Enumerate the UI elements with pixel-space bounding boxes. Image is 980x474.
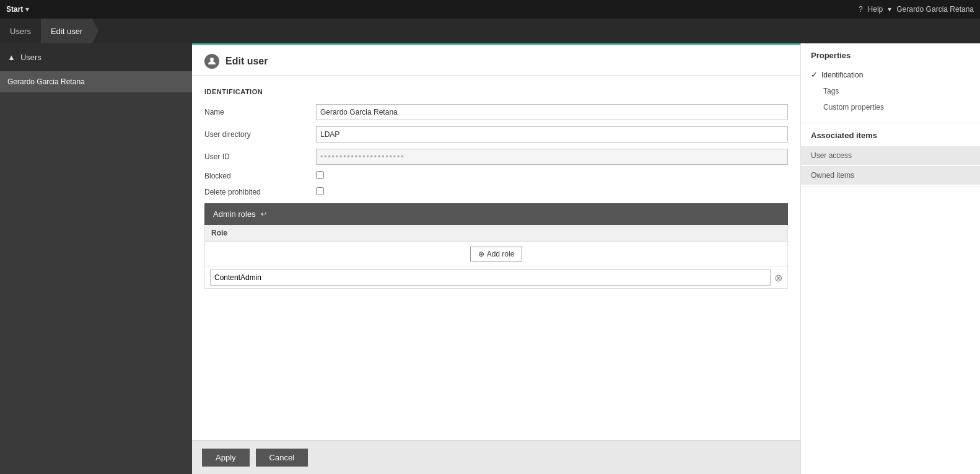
start-chevron-icon[interactable]: ▾	[25, 5, 29, 14]
page-title: Edit user	[225, 56, 268, 67]
edit-user-icon	[204, 54, 219, 69]
content-header: Edit user	[192, 45, 800, 76]
cancel-button[interactable]: Cancel	[256, 449, 308, 467]
content-area: Edit user IDENTIFICATION Name User direc…	[192, 43, 800, 474]
help-chevron-icon[interactable]: ▾	[888, 5, 891, 14]
delete-prohibited-field-row: Delete prohibited	[204, 187, 788, 197]
start-button[interactable]: Start	[6, 5, 23, 14]
properties-section: Properties ✓ Identification Tags Custom …	[801, 43, 980, 123]
content-footer: Apply Cancel	[192, 440, 800, 474]
blocked-checkbox-wrapper	[316, 171, 788, 181]
sidebar-user-item[interactable]: Gerardo Garcia Retana	[0, 71, 192, 92]
role-remove-button[interactable]: ⊗	[774, 272, 782, 284]
user-directory-input[interactable]	[316, 126, 788, 143]
admin-roles-title: Admin roles	[213, 209, 256, 219]
role-input[interactable]	[210, 270, 771, 286]
blocked-label: Blocked	[204, 172, 316, 180]
breadcrumb: Users Edit user	[0, 19, 980, 43]
checkmark-icon: ✓	[811, 70, 818, 79]
user-menu[interactable]: Gerardo Garcia Retana	[896, 5, 974, 14]
tags-label: Tags	[823, 87, 839, 95]
user-directory-value	[316, 126, 788, 143]
delete-prohibited-label: Delete prohibited	[204, 188, 316, 196]
content-body: IDENTIFICATION Name User directory User …	[192, 76, 800, 440]
user-directory-label: User directory	[204, 130, 316, 139]
sidebar: ▲ Users Gerardo Garcia Retana	[0, 43, 192, 474]
user-access-item[interactable]: User access	[801, 146, 980, 165]
role-item-row: ⊗	[205, 267, 787, 288]
help-icon: ?	[859, 5, 863, 14]
topbar: Start ▾ ? Help ▾ Gerardo Garcia Retana	[0, 0, 980, 19]
main-layout: ▲ Users Gerardo Garcia Retana Edit user …	[0, 43, 980, 474]
admin-roles-icon: ↩	[261, 210, 266, 218]
right-panel: Properties ✓ Identification Tags Custom …	[800, 43, 980, 474]
plus-icon: ⊕	[478, 250, 484, 258]
delete-prohibited-checkbox-wrapper	[316, 187, 788, 197]
roles-table: Role ⊕ Add role ⊗	[204, 225, 788, 289]
apply-button[interactable]: Apply	[202, 449, 250, 467]
help-button[interactable]: Help	[868, 5, 883, 14]
owned-items-item[interactable]: Owned items	[801, 166, 980, 185]
delete-prohibited-checkbox[interactable]	[316, 187, 324, 195]
user-id-value	[316, 149, 788, 165]
name-value	[316, 104, 788, 120]
sidebar-title: Users	[20, 53, 42, 62]
properties-title: Properties	[811, 51, 970, 60]
associated-items-title: Associated items	[801, 131, 980, 146]
breadcrumb-edit-user[interactable]: Edit user	[41, 19, 92, 43]
user-directory-field-row: User directory	[204, 126, 788, 143]
identification-label: Identification	[821, 71, 863, 79]
topbar-right: ? Help ▾ Gerardo Garcia Retana	[859, 5, 974, 14]
add-role-button[interactable]: ⊕ Add role	[470, 247, 523, 261]
roles-table-header: Role	[205, 225, 787, 242]
topbar-left: Start ▾	[6, 5, 29, 14]
user-id-label: User ID	[204, 152, 316, 161]
properties-custom[interactable]: Custom properties	[811, 99, 970, 115]
admin-roles-header: Admin roles ↩	[204, 203, 788, 225]
associated-items-section: Associated items User access Owned items	[801, 123, 980, 187]
properties-tags[interactable]: Tags	[811, 83, 970, 99]
name-label: Name	[204, 108, 316, 116]
blocked-field-row: Blocked	[204, 171, 788, 181]
users-icon: ▲	[7, 53, 15, 62]
user-id-field-row: User ID	[204, 149, 788, 165]
add-role-label: Add role	[487, 250, 515, 258]
svg-point-0	[210, 58, 214, 61]
add-role-row: ⊕ Add role	[205, 242, 787, 267]
user-id-input[interactable]	[316, 149, 788, 165]
name-field-row: Name	[204, 104, 788, 120]
sidebar-header[interactable]: ▲ Users	[0, 43, 192, 71]
custom-properties-label: Custom properties	[823, 103, 884, 112]
identification-section-title: IDENTIFICATION	[204, 88, 788, 95]
blocked-checkbox[interactable]	[316, 171, 324, 179]
name-input[interactable]	[316, 104, 788, 120]
properties-identification[interactable]: ✓ Identification	[811, 66, 970, 83]
breadcrumb-users[interactable]: Users	[0, 19, 41, 43]
